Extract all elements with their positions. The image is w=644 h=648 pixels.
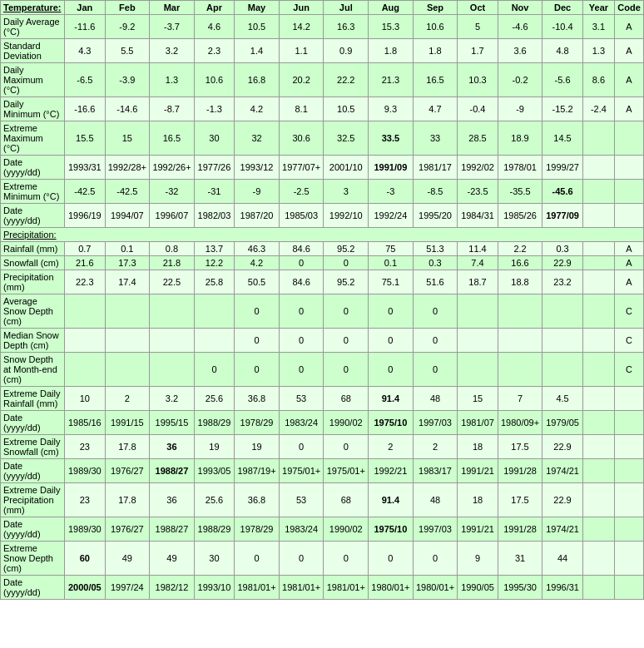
table-cell: 0 <box>369 542 414 576</box>
table-cell: -23.5 <box>458 180 498 204</box>
row-label: Date (yyyy/dd) <box>1 204 65 228</box>
table-cell: 46.3 <box>235 242 280 256</box>
table-cell: 1981/01+ <box>235 576 280 600</box>
table-cell: 0 <box>324 542 369 576</box>
row-label: Date (yyyy/dd) <box>1 576 65 600</box>
table-cell: 36.8 <box>235 483 280 517</box>
table-cell: 18 <box>458 483 498 517</box>
table-cell: 17.8 <box>105 483 150 517</box>
table-cell: 0 <box>369 353 414 387</box>
table-cell: -31 <box>194 180 234 204</box>
table-cell: -5.6 <box>542 63 582 97</box>
table-cell <box>582 270 614 294</box>
table-cell: 16.5 <box>413 63 458 97</box>
table-cell: 0 <box>324 294 369 329</box>
table-cell: -42.5 <box>105 180 150 204</box>
table-cell: 1992/10 <box>324 204 369 228</box>
table-cell <box>498 329 542 353</box>
table-cell: 48 <box>413 387 458 411</box>
table-cell: 1975/01+ <box>324 459 369 483</box>
table-cell: 22.9 <box>542 256 582 270</box>
table-cell <box>582 411 614 435</box>
table-cell: 60 <box>65 542 105 576</box>
table-cell: 1981/07 <box>458 411 498 435</box>
table-cell: 12.2 <box>194 256 234 270</box>
table-cell: 1983/24 <box>279 517 324 542</box>
table-cell <box>582 435 614 459</box>
table-cell: 49 <box>150 542 195 576</box>
table-cell: 15.5 <box>65 121 105 156</box>
table-cell: 22.9 <box>542 435 582 459</box>
table-cell: 1980/01+ <box>369 576 414 600</box>
table-cell: 1997/24 <box>105 576 150 600</box>
table-cell: 1995/30 <box>498 576 542 600</box>
table-cell: 0 <box>324 256 369 270</box>
table-cell: 16.5 <box>150 121 195 156</box>
table-cell: C <box>615 329 644 353</box>
table-cell: 21.3 <box>369 63 414 97</box>
table-cell: 1991/28 <box>498 517 542 542</box>
table-cell <box>194 329 234 353</box>
table-cell: 1979/05 <box>542 411 582 435</box>
table-cell: 1996/19 <box>65 204 105 228</box>
table-cell: 1997/03 <box>413 517 458 542</box>
table-cell: 1975/01+ <box>279 459 324 483</box>
table-cell: 1983/17 <box>413 459 458 483</box>
table-cell: 4.3 <box>65 39 105 63</box>
table-cell: 2 <box>413 435 458 459</box>
table-cell: 1991/28 <box>498 459 542 483</box>
table-cell: 0 <box>235 353 280 387</box>
table-cell: -9 <box>498 97 542 121</box>
table-cell <box>582 121 614 156</box>
table-cell: 33.5 <box>369 121 414 156</box>
table-cell: -3.7 <box>150 15 195 39</box>
table-cell: -32 <box>150 180 195 204</box>
row-label: Daily Maximum (°C) <box>1 63 65 97</box>
table-cell: 10.3 <box>458 63 498 97</box>
table-cell <box>615 517 644 542</box>
table-cell: 1982/12 <box>150 576 195 600</box>
table-cell: 16.3 <box>324 15 369 39</box>
table-cell: 1976/27 <box>105 459 150 483</box>
table-cell: 1.1 <box>279 39 324 63</box>
table-cell: 1994/07 <box>105 204 150 228</box>
table-cell <box>615 180 644 204</box>
table-cell: 1981/01+ <box>324 576 369 600</box>
table-cell: 4.5 <box>542 387 582 411</box>
table-cell: 5 <box>458 15 498 39</box>
table-cell: 4.2 <box>235 256 280 270</box>
table-cell <box>542 294 582 329</box>
table-cell: A <box>615 39 644 63</box>
table-cell: 18.8 <box>498 270 542 294</box>
table-cell: 1985/03 <box>279 204 324 228</box>
table-cell: 1985/16 <box>65 411 105 435</box>
table-cell <box>582 156 614 180</box>
table-cell: 18 <box>458 435 498 459</box>
table-cell: 1987/20 <box>235 204 280 228</box>
table-cell: 1980/01+ <box>413 576 458 600</box>
table-cell: -4.6 <box>498 15 542 39</box>
row-label: Extreme Maximum (°C) <box>1 121 65 156</box>
table-cell: 0 <box>194 353 234 387</box>
climate-table: Temperature: Jan Feb Mar Apr May Jun Jul… <box>0 0 644 600</box>
table-cell <box>105 329 150 353</box>
table-cell: 32 <box>235 121 280 156</box>
table-cell: -9.2 <box>105 15 150 39</box>
table-cell: 0.3 <box>413 256 458 270</box>
table-cell: 1991/09 <box>369 156 414 180</box>
table-cell: 23.2 <box>542 270 582 294</box>
table-cell: 21.8 <box>150 256 195 270</box>
col-header-nov: Nov <box>498 1 542 15</box>
table-cell: -14.6 <box>105 97 150 121</box>
table-cell: 15.3 <box>369 15 414 39</box>
table-cell: 22.3 <box>65 270 105 294</box>
table-cell: 1991/21 <box>458 459 498 483</box>
table-cell: 4.2 <box>235 97 280 121</box>
table-cell: 1.3 <box>582 39 614 63</box>
table-cell <box>150 329 195 353</box>
table-cell <box>65 294 105 329</box>
table-cell: 1992/24 <box>369 204 414 228</box>
table-cell: 0 <box>413 353 458 387</box>
col-header-jan: Jan <box>65 1 105 15</box>
table-cell: 84.6 <box>279 242 324 256</box>
